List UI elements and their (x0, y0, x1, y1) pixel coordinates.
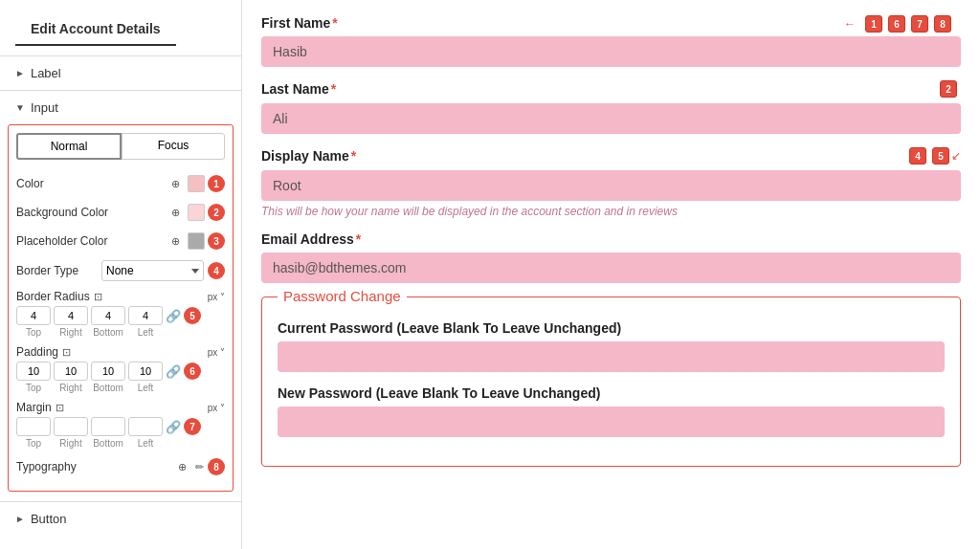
margin-link-icon[interactable]: 🔗 (166, 420, 181, 434)
br-top-label: Top (16, 327, 51, 338)
color-globe-icon[interactable]: ⊕ (166, 174, 185, 193)
annotation-4: 4 (909, 147, 926, 165)
display-name-label-row: Display Name * 4 5 ↙ (261, 147, 961, 165)
bg-color-swatch[interactable] (188, 204, 205, 221)
last-name-label-row: Last Name * 2 (261, 80, 961, 98)
margin-label: Margin (16, 401, 52, 414)
display-name-label: Display Name * (261, 148, 356, 164)
margin-sub-labels: Top Right Bottom Left (16, 438, 225, 449)
border-radius-sub-labels: Top Right Bottom Left (16, 327, 225, 338)
annotation-2: 2 (940, 80, 957, 98)
border-type-row: Border Type None Solid Dashed Dotted 4 (16, 255, 225, 286)
placeholder-color-row: Placeholder Color ⊕ 3 (16, 227, 225, 255)
bg-color-globe-icon[interactable]: ⊕ (166, 203, 185, 222)
tab-focus[interactable]: Focus (122, 133, 225, 160)
typography-globe-icon[interactable]: ⊕ (172, 457, 191, 476)
first-name-input-wrapper: ← 1 6 7 8 (261, 36, 961, 67)
border-radius-right[interactable] (54, 306, 88, 325)
current-password-input[interactable] (278, 341, 945, 372)
border-radius-monitor-icon[interactable]: ⊡ (94, 291, 102, 303)
padding-monitor-icon[interactable]: ⊡ (62, 346, 71, 359)
typography-badge: 8 (208, 458, 225, 475)
display-name-input[interactable] (261, 170, 961, 201)
border-radius-badge: 5 (184, 307, 201, 324)
bg-color-badge: 2 (208, 204, 225, 221)
password-section: Password Change Current Password (Leave … (261, 296, 961, 467)
first-name-input[interactable] (261, 36, 961, 67)
border-radius-inputs: 🔗 5 (16, 306, 225, 325)
password-section-title: Password Change (278, 288, 407, 304)
annotation-1: 1 (865, 15, 882, 33)
annotation-6: 6 (888, 15, 905, 33)
margin-left[interactable] (128, 417, 163, 436)
placeholder-color-swatch[interactable] (188, 232, 205, 250)
last-name-input[interactable] (261, 103, 961, 134)
email-input[interactable] (261, 253, 961, 283)
border-radius-top[interactable] (16, 306, 51, 325)
label-section-header[interactable]: ► Label (0, 56, 241, 90)
padding-link-icon[interactable]: 🔗 (166, 364, 181, 379)
color-swatch[interactable] (188, 175, 205, 192)
margin-top[interactable] (16, 417, 51, 436)
new-password-label: New Password (Leave Blank To Leave Uncha… (278, 385, 945, 401)
p-top-label: Top (16, 383, 51, 393)
border-radius-unit: px ˅ (208, 292, 225, 302)
padding-badge: 6 (184, 362, 201, 380)
padding-top[interactable] (16, 362, 51, 381)
bg-color-controls: ⊕ 2 (166, 203, 225, 222)
m-bottom-label: Bottom (91, 438, 125, 449)
placeholder-color-controls: ⊕ 3 (166, 231, 225, 251)
border-radius-left[interactable] (128, 306, 163, 325)
padding-right[interactable] (54, 362, 88, 381)
last-name-field-area: Last Name * 2 (261, 80, 961, 134)
margin-section: Margin ⊡ px ˅ 🔗 7 Top Right Bottom Left (16, 397, 225, 452)
email-required: * (356, 231, 361, 247)
padding-inputs: 🔗 6 (16, 362, 225, 381)
typography-row: Typography ⊕ ✏ 8 (16, 452, 225, 481)
new-password-input[interactable] (278, 406, 945, 437)
br-bottom-label: Bottom (91, 327, 125, 338)
border-type-badge: 4 (208, 262, 225, 279)
display-name-required: * (351, 148, 356, 164)
border-radius-bottom[interactable] (91, 306, 125, 325)
border-type-select[interactable]: None Solid Dashed Dotted (101, 260, 204, 281)
border-radius-header: Border Radius ⊡ px ˅ (16, 290, 225, 303)
border-radius-link-icon[interactable]: 🔗 (166, 309, 181, 323)
input-section-header[interactable]: ▼ Input (0, 91, 241, 124)
email-label: Email Address * (261, 231, 961, 247)
color-badge: 1 (208, 175, 225, 192)
first-name-field-area: First Name * ← 1 6 7 8 (261, 15, 961, 67)
last-name-required: * (331, 81, 336, 97)
margin-bottom[interactable] (91, 417, 125, 436)
br-left-label: Left (128, 327, 163, 338)
annotation-7: 7 (911, 15, 928, 33)
margin-header: Margin ⊡ px ˅ (16, 401, 225, 414)
typography-label: Typography (16, 460, 168, 473)
color-row: Color ⊕ 1 (16, 169, 225, 198)
color-controls: ⊕ 1 (166, 174, 225, 193)
first-name-annotations: ← 1 6 7 8 (844, 15, 951, 33)
padding-left[interactable] (128, 362, 163, 381)
new-password-field: New Password (Leave Blank To Leave Uncha… (278, 385, 945, 437)
padding-bottom[interactable] (91, 362, 125, 381)
typography-pencil-icon[interactable]: ✏ (195, 461, 204, 473)
margin-right[interactable] (54, 417, 88, 436)
border-radius-section: Border Radius ⊡ px ˅ 🔗 5 Top Right Botto… (16, 286, 225, 341)
label-arrow-icon: ► (15, 68, 25, 78)
tab-normal[interactable]: Normal (16, 133, 122, 160)
current-password-field: Current Password (Leave Blank To Leave U… (278, 320, 945, 372)
right-panel: First Name * ← 1 6 7 8 Last Name * (242, 0, 980, 549)
button-section-label: Button (31, 512, 67, 526)
padding-sub-labels: Top Right Bottom Left (16, 383, 225, 393)
placeholder-globe-icon[interactable]: ⊕ (166, 231, 185, 251)
button-section-header[interactable]: ► Button (0, 502, 241, 536)
padding-unit: px ˅ (208, 347, 225, 358)
placeholder-color-badge: 3 (208, 232, 225, 250)
current-password-label: Current Password (Leave Blank To Leave U… (278, 320, 945, 336)
margin-monitor-icon[interactable]: ⊡ (56, 402, 64, 414)
input-section-body: Normal Focus Color ⊕ 1 Background Color … (8, 124, 234, 492)
bg-color-row: Background Color ⊕ 2 (16, 198, 225, 227)
padding-label: Padding (16, 345, 58, 359)
p-left-label: Left (128, 383, 163, 393)
left-panel: Edit Account Details ► Label ▼ Input Nor… (0, 0, 242, 549)
